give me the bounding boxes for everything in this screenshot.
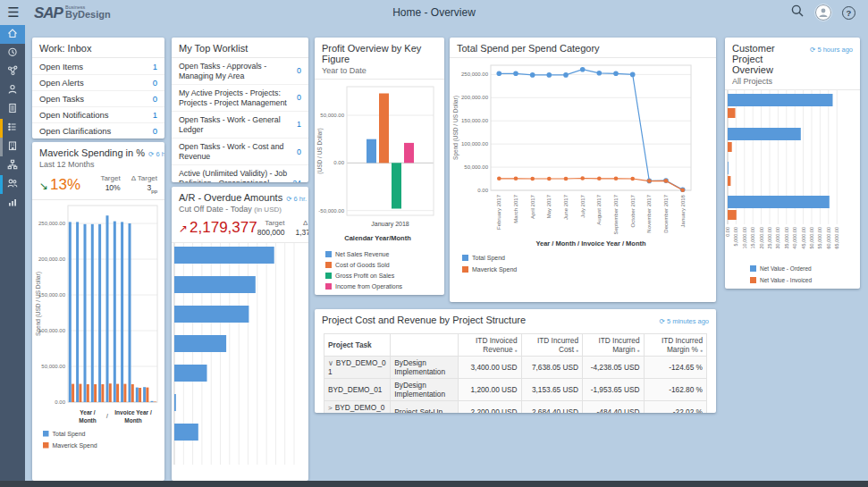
worklist-count: 0 bbox=[297, 93, 301, 103]
cell-revenue: 1,200.00 USD bbox=[459, 379, 522, 401]
sidebar-item-company[interactable] bbox=[0, 138, 25, 156]
tile-title: Work: Inbox bbox=[39, 43, 92, 54]
sidebar-item-documents[interactable] bbox=[0, 100, 25, 119]
svg-text:0.00: 0.00 bbox=[333, 160, 344, 165]
col-header-itd-incurred-cost[interactable]: ITD Incurred Cost● bbox=[521, 334, 582, 357]
col-header-blank bbox=[391, 334, 459, 357]
maverick-spending-chart: 0.0050,000.00100,000.00150,000.00200,000… bbox=[32, 200, 164, 479]
svg-text:Maverick Spend: Maverick Spend bbox=[53, 441, 97, 449]
svg-text:50,000.00: 50,000.00 bbox=[320, 113, 344, 118]
worklist-label: Open Tasks - Work - General Ledger bbox=[179, 115, 291, 134]
worklist-item[interactable]: Open Tasks - Approvals - Managing My Are… bbox=[172, 58, 308, 84]
person-icon bbox=[6, 83, 19, 99]
svg-text:Cost of Goods Sold: Cost of Goods Sold bbox=[335, 262, 390, 268]
svg-text:August 2017: August 2017 bbox=[596, 194, 602, 224]
column-menu-icon[interactable]: ● bbox=[700, 348, 703, 353]
svg-text:50,000.00: 50,000.00 bbox=[464, 164, 488, 170]
row-value: 1 bbox=[153, 62, 157, 71]
customer-project-tile: Customer Project Overview ⟳ 5 hours ago … bbox=[725, 38, 860, 289]
worklist-item[interactable]: Active (Unlimited Validity) - Job Defini… bbox=[172, 164, 308, 182]
column-menu-icon[interactable]: ● bbox=[637, 348, 640, 353]
tile-title: My Top Worklist bbox=[179, 43, 248, 54]
svg-text:May 2017: May 2017 bbox=[546, 194, 552, 218]
col-header-project-task[interactable]: Project Task bbox=[324, 334, 391, 357]
kpi-block: ↗2,179,377 Target Δ Target 800,000 1,379… bbox=[172, 217, 308, 242]
page-title: Home - Overview bbox=[0, 0, 868, 25]
table-row[interactable]: ∨BYD_DEMO_01 ByDesign Implementation 3,4… bbox=[324, 357, 707, 379]
refresh-icon: ⟳ bbox=[810, 46, 815, 54]
cell-task: BYD_DEMO_01_1000 bbox=[328, 403, 384, 413]
sidebar-item-feed[interactable] bbox=[0, 44, 25, 63]
refresh-icon: ⟳ bbox=[148, 150, 154, 158]
worklist-count: 0 bbox=[297, 66, 301, 76]
inbox-row-open-notifications[interactable]: Open Notifications1 bbox=[32, 106, 164, 122]
collapse-icon[interactable]: ∨ bbox=[328, 359, 333, 367]
trend-down-icon: ↘ bbox=[39, 180, 48, 192]
refresh-icon: ⟳ bbox=[286, 195, 291, 203]
cell-revenue: 2,200.00 USD bbox=[459, 401, 522, 414]
help-icon[interactable]: ? bbox=[842, 6, 855, 20]
worklist-item[interactable]: Open Tasks - Work - General Ledger1 bbox=[172, 111, 308, 138]
kpi-block: ↘13% Target Δ Target 10% 3pp bbox=[32, 172, 164, 199]
svg-text:Gross Profit on Sales: Gross Profit on Sales bbox=[335, 273, 395, 279]
worklist-label: Active (Unlimited Validity) - Job Defini… bbox=[179, 169, 287, 182]
cell-name: ByDesign Implementation bbox=[391, 379, 459, 401]
target-value: 800,000 bbox=[257, 228, 285, 237]
svg-text:35,000.00: 35,000.00 bbox=[784, 227, 789, 248]
list-icon bbox=[6, 121, 19, 137]
kpi-value: ↗2,179,377 bbox=[179, 219, 257, 237]
user-avatar[interactable] bbox=[815, 4, 831, 21]
column-menu-icon[interactable]: ● bbox=[576, 348, 578, 353]
inbox-row-open-tasks[interactable]: Open Tasks0 bbox=[32, 90, 164, 106]
worklist-item[interactable]: Open Tasks - Work - Cost and Revenue0 bbox=[172, 138, 308, 164]
svg-text:60,000.00: 60,000.00 bbox=[826, 227, 831, 248]
home-icon bbox=[6, 27, 19, 43]
svg-text:October 2017: October 2017 bbox=[630, 194, 636, 227]
svg-text:15,000.00: 15,000.00 bbox=[750, 227, 755, 248]
inbox-row-open-clarifications[interactable]: Open Clarifications0 bbox=[32, 122, 164, 139]
cell-cost: 2,684.40 USD bbox=[521, 401, 582, 414]
table-row[interactable]: BYD_DEMO_01 ByDesign Implementation 1,20… bbox=[324, 379, 707, 401]
svg-text:January 2018: January 2018 bbox=[680, 194, 686, 227]
cell-task: BYD_DEMO_01 bbox=[328, 385, 382, 394]
customer-project-chart: 0.005,000.0010,000.0015,000.0020,000.002… bbox=[725, 90, 860, 289]
row-label: Open Clarifications bbox=[39, 126, 111, 136]
col-header-itd-incurred-margin[interactable]: ITD Incurred Margin● bbox=[583, 334, 645, 357]
cell-margin: -1,953.65 USD bbox=[583, 379, 645, 401]
svg-text:-50,000.00: -50,000.00 bbox=[318, 208, 344, 214]
svg-text:Net Sales Revenue: Net Sales Revenue bbox=[335, 251, 389, 257]
table-row[interactable]: >BYD_DEMO_01_1000 Project Set-Up 2,200.0… bbox=[324, 401, 707, 414]
inbox-row-open-items[interactable]: Open Items1 bbox=[32, 58, 164, 74]
column-menu-icon[interactable]: ● bbox=[515, 348, 518, 353]
sidebar-item-network[interactable] bbox=[0, 63, 25, 81]
inbox-row-open-alerts[interactable]: Open Alerts0 bbox=[32, 74, 164, 90]
cell-margin-pct: -124.65 % bbox=[644, 357, 706, 379]
target-label: Target bbox=[100, 174, 120, 182]
search-icon[interactable] bbox=[790, 4, 805, 21]
svg-text:Net Value - Ordered: Net Value - Ordered bbox=[760, 265, 812, 272]
col-header-itd-incurred-margin-pct[interactable]: ITD Incurred Margin %● bbox=[644, 334, 706, 357]
cell-margin: -4,238.05 USD bbox=[583, 357, 645, 379]
svg-text:0.00: 0.00 bbox=[55, 399, 65, 405]
svg-text:200,000.00: 200,000.00 bbox=[461, 95, 489, 100]
sidebar-item-suppliers[interactable] bbox=[0, 175, 25, 194]
worklist-item[interactable]: My Active Projects - Projects: Projects … bbox=[172, 84, 308, 111]
worklist-label: Open Tasks - Work - Cost and Revenue bbox=[179, 142, 291, 161]
tile-title: Profit Overview by Key Figure bbox=[322, 43, 437, 64]
sidebar-item-analytics[interactable] bbox=[0, 194, 25, 213]
sidebar-item-home[interactable] bbox=[0, 25, 25, 44]
worklist-label: My Active Projects - Projects: Projects … bbox=[179, 88, 291, 107]
tile-title: Maverick Spending in % bbox=[39, 147, 145, 158]
svg-text:Year /: Year / bbox=[80, 409, 96, 416]
tile-subtitle: Last 12 Months bbox=[39, 160, 157, 169]
svg-text:July 2017: July 2017 bbox=[580, 194, 586, 217]
sidebar-item-orgchart[interactable] bbox=[0, 156, 25, 175]
delta-target-value: 1,379,377 bbox=[295, 228, 308, 237]
svg-text:25,000.00: 25,000.00 bbox=[767, 227, 772, 248]
col-header-itd-invoiced-revenue[interactable]: ITD Invoiced Revenue● bbox=[459, 334, 522, 357]
sidebar-item-employee[interactable] bbox=[0, 81, 25, 100]
expand-icon[interactable]: > bbox=[328, 404, 333, 412]
total-spend-tile: Total Spend per Spend Category 0.0050,00… bbox=[450, 38, 716, 302]
sidebar-item-worklist[interactable] bbox=[0, 119, 25, 138]
row-value: 0 bbox=[153, 126, 157, 136]
